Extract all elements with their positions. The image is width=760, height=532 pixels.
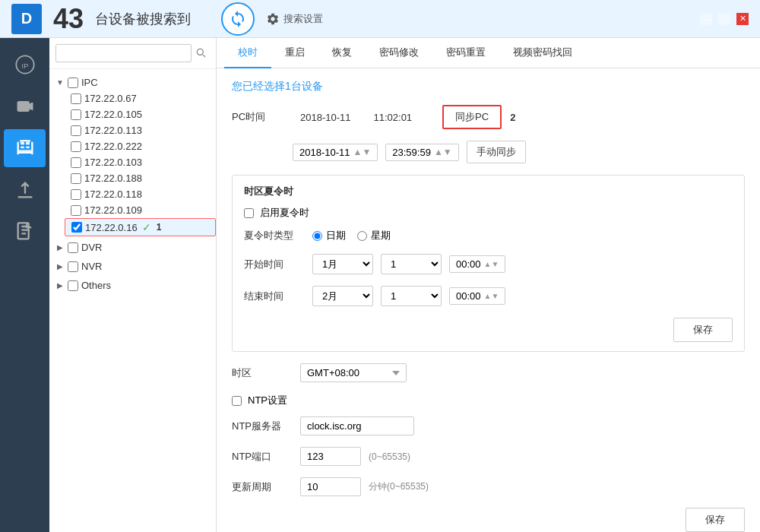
date-value: 2018-10-11	[299, 147, 350, 158]
ntp-interval-row: 更新周期 分钟(0~65535)	[232, 477, 745, 496]
page-title: 台设备被搜索到	[95, 10, 191, 28]
manual-sync-button[interactable]: 手动同步	[467, 141, 526, 163]
checkbox-ip8[interactable]	[71, 205, 81, 216]
content-area: 您已经选择1台设备 PC时间 2018-10-11 11:02:01 同步PC …	[217, 68, 760, 532]
tree-group-ipc-header[interactable]: ▼ IPC	[49, 74, 216, 90]
tree-group-dvr-header[interactable]: ▶ DVR	[49, 239, 216, 255]
tree-checkbox-others[interactable]	[68, 280, 78, 291]
ntp-checkbox[interactable]	[232, 396, 242, 406]
tree-group-nvr: ▶ NVR	[49, 257, 216, 276]
tree-checkbox-dvr[interactable]	[68, 242, 78, 253]
tree-item-ip9[interactable]: 172.22.0.16 ✓ 1	[65, 218, 216, 236]
start-time-arrows: ▲▼	[484, 260, 499, 268]
sync-pc-button[interactable]: 同步PC	[442, 105, 502, 129]
checkbox-ip7[interactable]	[71, 189, 81, 200]
tree-group-dvr-label: DVR	[81, 242, 102, 253]
save-row-1: 保存	[244, 318, 733, 342]
radio-date[interactable]: 日期	[312, 229, 346, 242]
time-value: 23:59:59	[392, 147, 431, 158]
app-logo: D	[11, 4, 42, 34]
checkbox-ip3[interactable]	[71, 125, 81, 136]
main-content: IP	[0, 38, 760, 532]
tree-item-ip2[interactable]: 172.22.0.105	[65, 106, 216, 122]
minimize-button[interactable]: —	[700, 13, 712, 25]
tab-restart[interactable]: 重启	[271, 38, 318, 68]
sidebar-item-doc[interactable]	[4, 213, 46, 251]
checkbox-ip1[interactable]	[71, 93, 81, 104]
tree-checkbox-nvr[interactable]	[68, 261, 78, 272]
tree-item-ip3[interactable]: 172.22.0.113	[65, 122, 216, 138]
tree-panel: ▼ IPC 172.22.0.67 172.22.0.105	[49, 38, 217, 532]
tab-videopwd[interactable]: 视频密码找回	[499, 38, 586, 68]
tree-children-ipc: 172.22.0.67 172.22.0.105 172.22.0.113 17…	[49, 90, 216, 236]
radio-date-input[interactable]	[312, 231, 322, 241]
tree-item-ip1[interactable]: 172.22.0.67	[65, 90, 216, 106]
search-button[interactable]	[192, 45, 210, 62]
datetime-row: 2018-10-11 ▲▼ 23:59:59 ▲▼ 手动同步	[293, 141, 745, 163]
badge-2: 2	[510, 112, 515, 123]
tree-arrow-dvr: ▶	[55, 243, 65, 252]
label-ip7: 172.22.0.118	[84, 188, 142, 200]
tree-item-ip4[interactable]: 172.22.0.222	[65, 138, 216, 154]
tree-group-nvr-header[interactable]: ▶ NVR	[49, 258, 216, 274]
radio-week-input[interactable]	[357, 231, 367, 241]
window-controls: — □ ✕	[700, 13, 749, 25]
label-ip6: 172.22.0.188	[84, 173, 142, 184]
tab-pwdreset[interactable]: 密码重置	[432, 38, 499, 68]
save-button-2[interactable]: 保存	[686, 508, 745, 532]
end-time-arrows: ▲▼	[484, 292, 499, 300]
ntp-interval-input[interactable]	[300, 477, 361, 496]
save-button-1[interactable]: 保存	[673, 318, 733, 342]
dst-section: 时区夏令时 启用夏令时 夏令时类型 日期	[232, 175, 745, 352]
dst-enable-checkbox[interactable]	[244, 208, 254, 218]
tree-item-ip5[interactable]: 172.22.0.103	[65, 154, 216, 170]
search-input[interactable]	[55, 44, 192, 62]
pc-time-time: 11:02:01	[374, 112, 413, 123]
tab-password[interactable]: 密码修改	[366, 38, 432, 68]
checkbox-ip5[interactable]	[71, 157, 81, 168]
tree-content: ▼ IPC 172.22.0.67 172.22.0.105	[49, 69, 216, 532]
tree-item-ip6[interactable]: 172.22.0.188	[65, 170, 216, 186]
refresh-button[interactable]	[221, 2, 255, 36]
sidebar-item-tool[interactable]	[4, 129, 46, 167]
checkbox-ip6[interactable]	[71, 173, 81, 184]
search-settings-button[interactable]: 搜索设置	[266, 12, 323, 26]
sidebar-item-upload[interactable]	[4, 171, 46, 209]
sidebar-item-ip[interactable]: IP	[4, 46, 46, 84]
maximize-button[interactable]: □	[718, 13, 730, 25]
end-month-select[interactable]: 1月2月3月	[312, 286, 373, 306]
tree-item-ip7[interactable]: 172.22.0.118	[65, 186, 216, 202]
start-month-select[interactable]: 1月2月3月	[312, 254, 373, 274]
tree-group-others-header[interactable]: ▶ Others	[49, 277, 216, 293]
tree-item-ip8[interactable]: 172.22.0.109	[65, 202, 216, 218]
tab-calibrate[interactable]: 校时	[224, 38, 271, 68]
sidebar: IP	[0, 38, 49, 532]
tree-group-others-label: Others	[81, 280, 111, 291]
tree-group-ipc: ▼ IPC 172.22.0.67 172.22.0.105	[49, 73, 216, 238]
tree-group-ipc-label: IPC	[81, 77, 98, 88]
checkbox-ip9[interactable]	[71, 222, 82, 233]
ntp-port-input[interactable]	[300, 447, 361, 466]
tab-restore[interactable]: 恢复	[318, 38, 366, 68]
end-time-value: 00:00	[456, 290, 481, 302]
dst-type-label: 夏令时类型	[244, 229, 305, 242]
close-button[interactable]: ✕	[736, 13, 749, 25]
label-ip4: 172.22.0.222	[84, 141, 142, 152]
selected-info: 您已经选择1台设备	[232, 80, 745, 93]
timezone-select[interactable]: GMT+08:00 GMT+00:00 GMT-05:00	[300, 363, 407, 382]
tree-checkbox-ipc[interactable]	[68, 78, 78, 88]
tree-arrow-ipc: ▼	[55, 78, 65, 87]
end-day-select[interactable]: 12	[381, 286, 442, 306]
svg-rect-2	[17, 150, 32, 150]
sidebar-item-camera[interactable]	[4, 87, 46, 125]
checkbox-ip2[interactable]	[71, 109, 81, 120]
dst-enable-row: 启用夏令时	[244, 206, 733, 220]
ntp-label: NTP设置	[248, 394, 287, 407]
checkbox-ip4[interactable]	[71, 141, 81, 152]
time-arrow: ▲▼	[434, 147, 452, 157]
ntp-server-input[interactable]	[300, 416, 414, 435]
label-ip9: 172.22.0.16	[85, 222, 138, 233]
radio-week[interactable]: 星期	[357, 229, 391, 242]
start-day-select[interactable]: 123	[381, 254, 442, 274]
tabs: 校时 重启 恢复 密码修改 密码重置 视频密码找回	[217, 38, 760, 68]
